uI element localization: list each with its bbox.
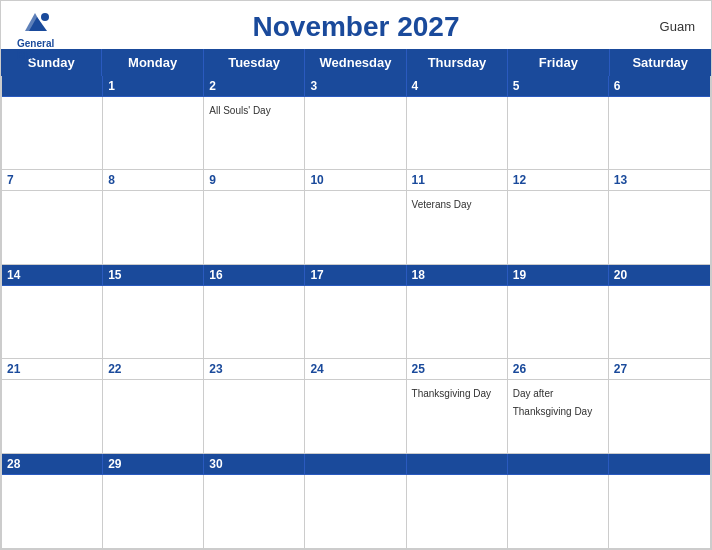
- cell-number: 4: [412, 79, 502, 93]
- table-row: 10: [305, 170, 406, 190]
- table-row: 14: [2, 265, 103, 285]
- list-item: [305, 97, 406, 170]
- list-item: [103, 475, 204, 548]
- region-label: Guam: [660, 19, 695, 34]
- table-row: 30: [204, 454, 305, 474]
- cell-number: 16: [209, 268, 299, 282]
- week-body-1: All Souls' Day: [2, 97, 710, 170]
- cell-number: 30: [209, 457, 299, 471]
- week-header-3: 14151617181920: [2, 265, 710, 286]
- list-item: [2, 97, 103, 170]
- calendar-grid: 123456All Souls' Day78910111213Veterans …: [1, 76, 711, 549]
- cell-number: 23: [209, 362, 299, 376]
- week-5: 282930: [2, 454, 710, 548]
- table-row: [609, 454, 710, 474]
- cell-number: 5: [513, 79, 603, 93]
- cell-event: All Souls' Day: [209, 105, 270, 116]
- table-row: 15: [103, 265, 204, 285]
- list-item: All Souls' Day: [204, 97, 305, 170]
- cell-number: 19: [513, 268, 603, 282]
- table-row: 28: [2, 454, 103, 474]
- table-row: 27: [609, 359, 710, 379]
- day-thursday: Thursday: [407, 49, 508, 76]
- table-row: 4: [407, 76, 508, 96]
- list-item: [508, 191, 609, 264]
- logo: General Blue: [17, 9, 54, 62]
- list-item: Veterans Day: [407, 191, 508, 264]
- cell-number: 2: [209, 79, 299, 93]
- table-row: [2, 76, 103, 96]
- cell-number: 9: [209, 173, 299, 187]
- cell-number: 20: [614, 268, 705, 282]
- cell-number: 1: [108, 79, 198, 93]
- list-item: [609, 97, 710, 170]
- list-item: [103, 191, 204, 264]
- cell-event: Day after Thanksgiving Day: [513, 388, 592, 417]
- list-item: [609, 191, 710, 264]
- cell-number: 8: [108, 173, 198, 187]
- list-item: [204, 286, 305, 359]
- list-item: [407, 475, 508, 548]
- list-item: [2, 286, 103, 359]
- svg-point-2: [41, 13, 49, 21]
- table-row: 1: [103, 76, 204, 96]
- table-row: [508, 454, 609, 474]
- cell-number: 13: [614, 173, 705, 187]
- week-header-4: 21222324252627: [2, 359, 710, 380]
- logo-bird-icon: [17, 9, 53, 37]
- cell-number: 27: [614, 362, 705, 376]
- table-row: 21: [2, 359, 103, 379]
- cell-number: 10: [310, 173, 400, 187]
- list-item: [103, 286, 204, 359]
- cell-number: 12: [513, 173, 603, 187]
- table-row: 13: [609, 170, 710, 190]
- week-header-1: 123456: [2, 76, 710, 97]
- list-item: [407, 286, 508, 359]
- week-body-3: [2, 286, 710, 359]
- table-row: 17: [305, 265, 406, 285]
- list-item: [2, 191, 103, 264]
- list-item: [305, 191, 406, 264]
- table-row: [407, 454, 508, 474]
- day-saturday: Saturday: [610, 49, 711, 76]
- list-item: [305, 286, 406, 359]
- list-item: [508, 97, 609, 170]
- table-row: 19: [508, 265, 609, 285]
- calendar-header: General Blue November 2027 Guam: [1, 1, 711, 49]
- list-item: [2, 475, 103, 548]
- list-item: [204, 475, 305, 548]
- list-item: [609, 286, 710, 359]
- list-item: [407, 97, 508, 170]
- cell-number: 29: [108, 457, 198, 471]
- cell-number: 28: [7, 457, 97, 471]
- week-body-4: Thanksgiving DayDay after Thanksgiving D…: [2, 380, 710, 453]
- table-row: 12: [508, 170, 609, 190]
- list-item: [305, 475, 406, 548]
- calendar-container: General Blue November 2027 Guam Sunday M…: [0, 0, 712, 550]
- table-row: 9: [204, 170, 305, 190]
- cell-number: 26: [513, 362, 603, 376]
- cell-event: Thanksgiving Day: [412, 388, 491, 399]
- table-row: 16: [204, 265, 305, 285]
- table-row: 20: [609, 265, 710, 285]
- list-item: [2, 380, 103, 453]
- table-row: 8: [103, 170, 204, 190]
- table-row: 5: [508, 76, 609, 96]
- cell-number: 25: [412, 362, 502, 376]
- logo-text-general: General: [17, 38, 54, 50]
- cell-number: 14: [7, 268, 97, 282]
- cell-event: Veterans Day: [412, 199, 472, 210]
- list-item: [508, 475, 609, 548]
- cell-number: 17: [310, 268, 400, 282]
- table-row: 23: [204, 359, 305, 379]
- list-item: [204, 191, 305, 264]
- list-item: Day after Thanksgiving Day: [508, 380, 609, 453]
- list-item: [609, 380, 710, 453]
- table-row: 2: [204, 76, 305, 96]
- cell-number: 15: [108, 268, 198, 282]
- days-header: Sunday Monday Tuesday Wednesday Thursday…: [1, 49, 711, 76]
- table-row: 29: [103, 454, 204, 474]
- cell-number: 21: [7, 362, 97, 376]
- day-friday: Friday: [508, 49, 609, 76]
- cell-number: 3: [310, 79, 400, 93]
